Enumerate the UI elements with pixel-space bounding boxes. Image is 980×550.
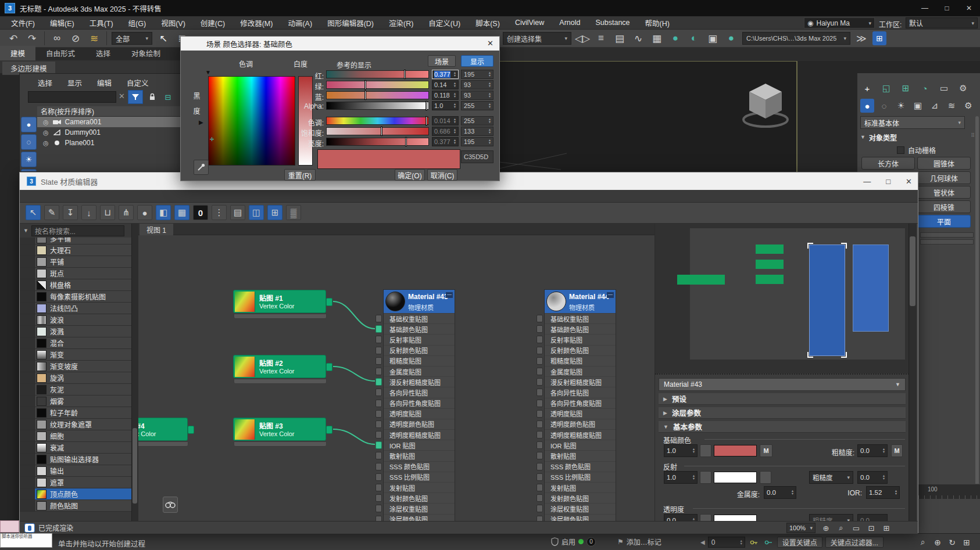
spinner-arrows[interactable]: ▲▼ [487,81,492,88]
roughness-spinner[interactable]: 0.0▲▼ [857,444,888,457]
filter-geometry-icon[interactable]: ● [21,117,37,132]
input-socket[interactable] [375,431,382,438]
slot-row[interactable]: SSS 比例贴图 [384,472,455,482]
eyedropper-icon[interactable] [194,160,209,175]
slot-row[interactable]: 基础颜色贴图 [545,323,616,334]
slot-row[interactable]: 涂层颜色贴图 [545,514,616,521]
render-setup-icon[interactable]: ◐ [686,31,702,46]
slider-marker[interactable] [425,101,427,110]
workspace-grid-icon[interactable]: ⊞ [872,31,886,45]
unlink-selection-icon[interactable]: ⊘ [68,31,83,46]
display-tab-icon[interactable]: ▭ [937,81,951,95]
hierarchy-tab-icon[interactable]: ⊞ [899,81,913,95]
collapse-node-icon[interactable]: — [446,292,453,298]
render-icon[interactable]: ● [724,31,739,46]
reflection-roughness-spinner[interactable]: 0.0▲▼ [857,471,888,484]
show-background-icon[interactable]: ▦ [174,205,189,220]
explorer-menu-显示[interactable]: 显示 [62,76,87,89]
slot-row[interactable]: 发射颜色贴图 [545,493,616,503]
visibility-eye-icon[interactable]: ◎ [43,139,49,147]
menu-创建(C)[interactable]: 创建(C) [193,16,233,29]
key-filters-button[interactable]: 关键点过滤器... [825,537,884,548]
dialog-close-icon[interactable]: ✕ [487,39,493,48]
zoom-viewport-icon[interactable]: ⌕ [917,537,929,548]
transparency-color-swatch[interactable] [714,515,757,521]
channel-slider[interactable] [326,102,429,110]
explorer-menu-选择[interactable]: 选择 [33,76,58,89]
slot-row[interactable]: 散射贴图 [545,450,616,461]
slider-marker[interactable] [381,127,382,136]
slot-row[interactable]: SSS 颜色贴图 [384,461,455,472]
channel-int-field[interactable]: 195▲▼ [461,137,493,146]
slider-marker[interactable] [364,80,366,89]
slot-row[interactable]: 涂层权重贴图 [384,503,455,513]
slider-marker[interactable] [364,91,366,100]
channel-slider[interactable] [326,81,429,89]
input-socket[interactable] [375,347,382,354]
node-footer[interactable] [234,441,327,447]
enable-label[interactable]: 启用 [561,537,575,547]
slot-row[interactable]: 散射贴图 [384,450,455,461]
output-socket[interactable] [326,426,332,434]
spinner-arrows[interactable]: ▲▼ [452,81,457,88]
channel-int-field[interactable]: 133▲▼ [461,127,493,136]
selection-filter-combo[interactable]: 全部▾ [112,32,152,45]
input-socket[interactable] [375,484,382,491]
input-socket[interactable] [537,336,543,343]
select-object-icon[interactable]: ↖ [156,31,171,46]
input-socket[interactable] [537,378,543,386]
map-list-item[interactable]: 贴图输出选择器 [20,454,131,465]
menu-帮助(H)[interactable]: 帮助(H) [638,16,677,29]
reflection-map-button[interactable] [760,471,771,484]
output-socket[interactable] [188,426,194,434]
slot-row[interactable]: 发射贴图 [545,482,616,493]
input-socket[interactable] [537,431,543,438]
geometry-category-icon[interactable]: ● [860,99,874,113]
explorer-menu-编辑[interactable]: 编辑 [92,76,117,89]
set-key-button[interactable]: 设置关键点 [777,537,822,548]
cancel-button[interactable]: 取消(C) [427,169,457,181]
material-name-header[interactable]: Material #43 ▼ [659,378,906,391]
map-list-item[interactable]: 烟雾 [20,396,131,407]
slot-row[interactable]: 涂层颜色贴图 [384,514,455,521]
map-search-input[interactable]: 按名称搜索... [31,225,124,236]
slot-row[interactable]: 金属度贴图 [384,366,455,376]
modify-tab-icon[interactable]: ◱ [879,81,893,95]
map-list-item[interactable]: 灰泥 [20,384,131,396]
input-socket[interactable] [537,494,543,502]
input-socket[interactable] [375,505,382,512]
scene-object-row[interactable]: ◎Dummy001 [37,127,193,138]
ior-spinner[interactable]: 1.52▲▼ [866,486,900,499]
map-list-item[interactable]: 渐变坡度 [20,361,131,372]
dialog-titlebar[interactable]: 场景 颜色选择器: 基础颜色 [181,37,499,51]
viewport[interactable] [462,61,797,172]
layout-all-horizontal-icon[interactable]: ⊞ [267,205,282,220]
options-dots-icon[interactable]: ⋮ [212,205,227,220]
node-preview-icon[interactable]: ▤ [230,205,245,220]
input-socket[interactable] [375,463,382,470]
slot-row[interactable]: 透明度粗糙度贴图 [545,429,616,440]
slot-row[interactable]: IOR 贴图 [384,440,455,450]
slot-row[interactable]: 反射颜色贴图 [545,345,616,355]
input-socket[interactable] [537,347,543,354]
input-socket[interactable] [375,516,382,521]
input-socket[interactable] [537,441,543,449]
create-button-四棱锥[interactable]: 四棱锥 [917,200,971,213]
show-shaded-icon[interactable]: ◧ [156,205,171,220]
map-list-item[interactable]: 颜色贴图 [20,500,131,512]
ribbon-tab-对象绘制[interactable]: 对象绘制 [121,46,171,60]
map-list-item[interactable]: 细胞 [20,430,131,442]
slider-marker[interactable] [425,116,427,125]
slot-row[interactable]: 涂层权重贴图 [545,503,616,513]
input-socket[interactable] [537,410,543,418]
mirror-icon[interactable]: ◁▷ [575,31,590,46]
input-socket[interactable] [537,516,543,521]
preview-green-bar[interactable] [756,260,784,269]
slot-row[interactable]: 各向异性角度贴图 [384,398,455,408]
metalness-spinner[interactable]: 0.0▲▼ [764,486,796,499]
slate-close-button[interactable]: ✕ [906,177,912,186]
collapse-node-icon[interactable]: — [607,292,614,298]
input-socket[interactable] [375,315,382,322]
map-list-item[interactable]: 渐变 [20,349,131,361]
blackness-marker-icon[interactable]: ▶ [199,119,203,125]
